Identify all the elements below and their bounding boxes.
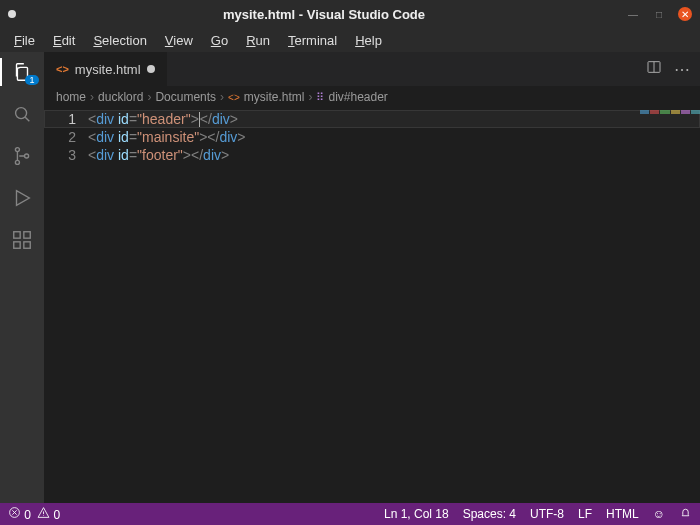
svg-rect-7 <box>24 232 30 238</box>
status-warnings[interactable]: 0 <box>37 506 60 522</box>
more-actions-icon[interactable]: ⋯ <box>674 60 690 79</box>
status-cursor-position[interactable]: Ln 1, Col 18 <box>384 507 449 521</box>
breadcrumb-part[interactable]: home <box>56 90 86 104</box>
tab-bar: <> mysite.html ⋯ <box>44 52 700 86</box>
menu-go[interactable]: Go <box>203 31 236 50</box>
minimap[interactable] <box>640 108 700 116</box>
activity-explorer-icon[interactable]: 1 <box>10 60 34 84</box>
activity-source-control-icon[interactable] <box>10 144 34 168</box>
window-title: mysite.html - Visual Studio Code <box>22 7 626 22</box>
line-number-gutter: 1 2 3 <box>44 108 88 503</box>
activity-bar: 1 <box>0 52 44 503</box>
menu-selection[interactable]: Selection <box>85 31 154 50</box>
activity-extensions-icon[interactable] <box>10 228 34 252</box>
status-encoding[interactable]: UTF-8 <box>530 507 564 521</box>
svg-point-3 <box>25 154 29 158</box>
breadcrumb-symbol[interactable]: div#header <box>328 90 387 104</box>
split-editor-icon[interactable] <box>646 59 662 79</box>
svg-point-0 <box>16 108 27 119</box>
html-file-icon: <> <box>56 63 69 75</box>
menu-terminal[interactable]: Terminal <box>280 31 345 50</box>
html-file-icon: <> <box>228 92 240 103</box>
tab-label: mysite.html <box>75 62 141 77</box>
activity-search-icon[interactable] <box>10 102 34 126</box>
svg-rect-4 <box>14 232 20 238</box>
breadcrumb-file[interactable]: mysite.html <box>244 90 305 104</box>
svg-rect-5 <box>14 242 20 248</box>
code-lines[interactable]: <div id="header"></div><div id="mainsite… <box>88 108 700 503</box>
modified-indicator-icon <box>8 10 16 18</box>
menu-help[interactable]: Help <box>347 31 390 50</box>
window-close-button[interactable]: ✕ <box>678 7 692 21</box>
status-notifications-icon[interactable] <box>679 506 692 522</box>
breadcrumb-part[interactable]: Documents <box>155 90 216 104</box>
menu-run[interactable]: Run <box>238 31 278 50</box>
line-number: 3 <box>44 146 76 164</box>
breadcrumb[interactable]: home› ducklord› Documents› <> mysite.htm… <box>44 86 700 108</box>
dirty-indicator-icon <box>147 65 155 73</box>
tab-mysite-html[interactable]: <> mysite.html <box>44 52 168 86</box>
window-titlebar: mysite.html - Visual Studio Code — □ ✕ <box>0 0 700 28</box>
status-bar: 0 0 Ln 1, Col 18 Spaces: 4 UTF-8 LF HTML… <box>0 503 700 525</box>
status-eol[interactable]: LF <box>578 507 592 521</box>
window-minimize-button[interactable]: — <box>626 7 640 21</box>
menu-edit[interactable]: Edit <box>45 31 83 50</box>
status-errors[interactable]: 0 <box>8 506 31 522</box>
line-number: 1 <box>44 110 76 128</box>
menu-file[interactable]: File <box>6 31 43 50</box>
menu-view[interactable]: View <box>157 31 201 50</box>
symbol-icon: ⠿ <box>316 91 324 104</box>
explorer-badge: 1 <box>25 75 38 85</box>
activity-run-debug-icon[interactable] <box>10 186 34 210</box>
svg-point-2 <box>15 160 19 164</box>
svg-rect-6 <box>24 242 30 248</box>
status-language[interactable]: HTML <box>606 507 639 521</box>
window-maximize-button[interactable]: □ <box>652 7 666 21</box>
breadcrumb-part[interactable]: ducklord <box>98 90 143 104</box>
line-number: 2 <box>44 128 76 146</box>
svg-point-1 <box>15 148 19 152</box>
status-feedback-icon[interactable]: ☺ <box>653 507 665 521</box>
code-editor[interactable]: 1 2 3 <div id="header"></div><div id="ma… <box>44 108 700 503</box>
status-indent[interactable]: Spaces: 4 <box>463 507 516 521</box>
menu-bar: File Edit Selection View Go Run Terminal… <box>0 28 700 52</box>
